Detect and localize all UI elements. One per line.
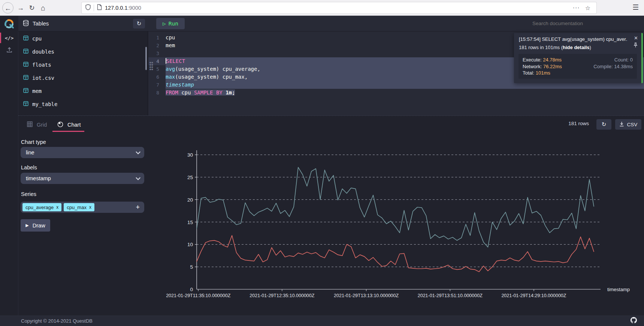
results-panel: Grid Chart 181 rows ↻ CSV Chart type lin… (18, 115, 644, 316)
line-number: 3 (148, 49, 166, 57)
svg-text:5: 5 (190, 264, 193, 270)
app-footer: Copyright © 2014-2021 QuestDB (0, 316, 644, 326)
code-text: FROM cpu SAMPLE BY 1m; (166, 89, 235, 97)
line-number: 1 (148, 34, 166, 42)
active-tab-underline (52, 131, 84, 132)
table-name: iot.csv (32, 75, 54, 81)
total-stat: Total: 101ms (523, 70, 579, 76)
series-chip[interactable]: cpu_averagex (22, 203, 61, 211)
chip-close-icon[interactable]: x (89, 205, 91, 210)
rows-count: 181 rows (568, 121, 589, 126)
draw-button[interactable]: ▶ Draw (21, 219, 50, 232)
series-chip-label: cpu_average (25, 205, 54, 210)
url-bar[interactable]: 127.0.0.1:9000 ··· ☆ (82, 2, 596, 13)
results-tabbar: Grid Chart 181 rows ↻ CSV (18, 116, 644, 132)
table-icon (23, 35, 28, 42)
sidebar-scrollbar[interactable] (145, 47, 147, 70)
labels-select[interactable]: timestamp (21, 173, 144, 184)
browser-home-icon[interactable]: ⌂ (37, 2, 49, 13)
code-text: mem (166, 42, 175, 49)
svg-text:25: 25 (187, 175, 193, 180)
page-icon[interactable] (97, 4, 102, 12)
code-line[interactable]: 8FROM cpu SAMPLE BY 1m; (148, 89, 644, 97)
table-list-item[interactable]: mem (18, 85, 148, 97)
chart-type-label: Chart type (21, 139, 46, 145)
line-number: 8 (148, 89, 166, 97)
tab-chart[interactable]: Chart (57, 118, 81, 131)
table-icon (23, 75, 28, 81)
network-stat: Network: 76.22ms (523, 63, 579, 70)
table-icon (23, 101, 28, 108)
rail-item-import[interactable] (0, 44, 18, 57)
menu-icon[interactable]: ☰ (632, 3, 639, 12)
tables-panel-header: Tables ↻ (18, 16, 148, 31)
table-icon (23, 48, 28, 55)
results-refresh-button[interactable]: ↻ (596, 119, 611, 130)
line-number: 6 (148, 73, 166, 81)
code-icon: </> (5, 35, 13, 41)
pie-chart-icon (57, 121, 63, 129)
svg-text:2021-01-29T12:35:10.000000Z: 2021-01-29T12:35:10.000000Z (250, 293, 314, 298)
url-port: :9000 (127, 5, 141, 11)
shield-icon[interactable] (85, 4, 91, 12)
code-text: cpu (166, 34, 175, 42)
grid-icon (27, 121, 33, 128)
tables-refresh-button[interactable]: ↻ (133, 19, 145, 28)
table-name: doubles (32, 49, 54, 55)
pin-icon[interactable] (633, 42, 638, 49)
svg-text:10: 10 (187, 242, 193, 247)
close-icon[interactable]: ✕ (634, 35, 638, 41)
tables-panel: cpudoublesfloatsiot.csvmemmy_table (18, 31, 148, 115)
table-list-item[interactable]: doubles (18, 46, 148, 58)
table-list-item[interactable]: floats (18, 59, 148, 71)
tab-grid[interactable]: Grid (27, 118, 47, 131)
browser-back-icon[interactable]: ← (2, 2, 13, 13)
chart-type-select[interactable]: line (21, 147, 144, 158)
panel-splitter-handle[interactable]: ●●●●●●●● (149, 61, 153, 71)
browser-forward-icon[interactable]: → (15, 2, 26, 13)
copyright-text: Copyright © 2014-2021 QuestDB (21, 318, 93, 324)
svg-text:2021-01-29T13:51:10.000000Z: 2021-01-29T13:51:10.000000Z (418, 293, 483, 298)
table-list-item[interactable]: my_table (18, 98, 148, 110)
url-text[interactable]: 127.0.0.1:9000 (105, 5, 141, 11)
line-number: 7 (148, 81, 166, 89)
svg-text:30: 30 (187, 152, 193, 158)
github-icon[interactable] (630, 317, 637, 325)
svg-text:0: 0 (190, 287, 193, 292)
line-chart[interactable]: 5101520253002021-01-29T11:35:10.000000Z2… (165, 147, 644, 304)
series-label: Series (21, 191, 36, 197)
svg-text:2021-01-29T14:29:10.000000Z: 2021-01-29T14:29:10.000000Z (501, 293, 566, 298)
hide-details-link[interactable]: hide details (563, 45, 590, 50)
chevron-down-icon (136, 175, 140, 180)
line-number: 2 (148, 42, 166, 49)
left-rail: </> (0, 31, 18, 316)
compile-stat: Compile: 14.38ms (579, 63, 633, 70)
series-input[interactable]: cpu_averagexcpu_maxx + (21, 202, 144, 213)
chip-close-icon[interactable]: x (56, 205, 58, 210)
table-list-item[interactable]: iot.csv (18, 72, 148, 84)
add-series-button[interactable]: + (136, 203, 140, 211)
upload-icon (6, 47, 12, 54)
search-documentation-input[interactable] (523, 21, 583, 26)
table-icon (23, 88, 28, 94)
svg-text:2021-01-29T13:13:10.000000Z: 2021-01-29T13:13:10.000000Z (334, 293, 399, 298)
series-chip[interactable]: cpu_maxx (64, 203, 94, 211)
page-actions-icon[interactable]: ··· (573, 4, 580, 11)
svg-text:timestamp: timestamp (607, 287, 630, 292)
count-stat: Count: 0 (579, 57, 633, 63)
draw-play-icon: ▶ (25, 223, 28, 228)
chevron-down-icon (136, 150, 140, 154)
rail-item-console[interactable]: </> (0, 31, 18, 44)
browser-refresh-icon[interactable]: ↻ (26, 2, 37, 13)
database-icon (23, 20, 29, 27)
bookmark-star-icon[interactable]: ☆ (585, 4, 590, 12)
table-name: my_table (32, 101, 57, 107)
run-play-icon: ▷ (163, 21, 166, 27)
download-icon (619, 121, 624, 128)
csv-download-button[interactable]: CSV (615, 119, 641, 130)
table-icon (23, 61, 28, 68)
run-button[interactable]: ▷ Run (156, 18, 185, 29)
svg-text:15: 15 (187, 220, 193, 225)
questdb-logo[interactable] (0, 16, 18, 31)
table-list-item[interactable]: cpu (18, 33, 148, 45)
